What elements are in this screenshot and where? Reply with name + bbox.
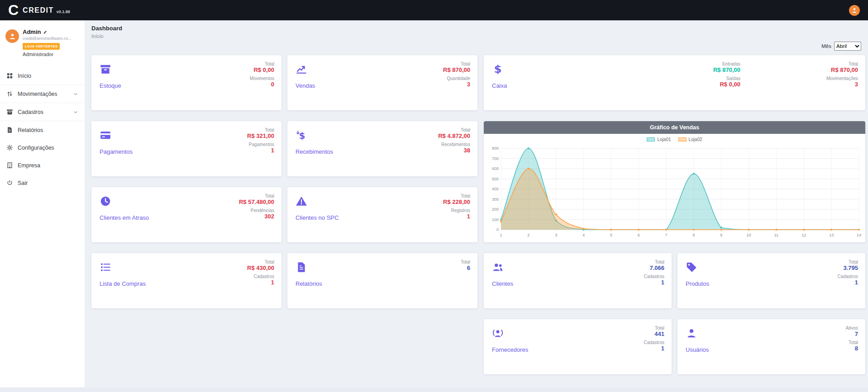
sidebar-item-configuracoes[interactable]: Configurações bbox=[0, 139, 85, 156]
card-stats: TotalR$ 870,00Quantidade3 bbox=[443, 61, 470, 105]
user-icon bbox=[9, 33, 16, 40]
card-fornecedores[interactable]: FornecedoresTotal441Cadastros1 bbox=[484, 319, 672, 374]
sidebar-item-movimentacoes[interactable]: Movimentações bbox=[0, 85, 85, 103]
sidebar-item-inicio[interactable]: Início bbox=[0, 67, 85, 85]
card-title-link[interactable]: Clientes no SPC bbox=[296, 214, 339, 221]
filter-row: Mês Abril bbox=[91, 42, 861, 51]
sidebar-item-sair[interactable]: Sair bbox=[0, 174, 85, 192]
card-stats-wrap: TotalR$ 228,00Registros1 bbox=[443, 193, 470, 237]
svg-text:100: 100 bbox=[492, 217, 499, 222]
card-usuarios[interactable]: UsuáriosAtivos7Total8 bbox=[677, 319, 865, 374]
svg-text:13: 13 bbox=[829, 233, 834, 237]
card-stats-wrap: TotalR$ 321,00Pagamentos1 bbox=[247, 127, 274, 171]
card-stats: Total7.066Cadastros1 bbox=[644, 260, 664, 303]
card-stats-wrap: Total441Cadastros1 bbox=[644, 325, 664, 369]
sidebar-item-empresa[interactable]: Empresa bbox=[0, 156, 85, 174]
svg-text:$: $ bbox=[494, 63, 502, 75]
stat-label: Total bbox=[655, 326, 664, 331]
stat-label: Cadastros bbox=[837, 274, 858, 279]
card-caixa[interactable]: $CaixaEntradasR$ 870,00SaídasR$ 0,00Tota… bbox=[484, 55, 865, 110]
sidebar-item-label: Relatórios bbox=[18, 127, 78, 133]
sidebar-item-cadastros[interactable]: Cadastros bbox=[0, 103, 85, 121]
profile-role: Administrador bbox=[23, 52, 72, 57]
card-left: Pagamentos bbox=[100, 127, 133, 171]
stat-value: 1 bbox=[661, 345, 664, 352]
card-left: Relatórios bbox=[296, 259, 322, 303]
list-icon bbox=[100, 261, 111, 273]
card-clientes-no-spc[interactable]: Clientes no SPCTotalR$ 228,00Registros1 bbox=[287, 187, 477, 242]
stat-value: R$ 430,00 bbox=[247, 265, 274, 272]
file-icon bbox=[6, 127, 13, 133]
card-left: Clientes bbox=[492, 259, 513, 303]
card-title-link[interactable]: Produtos bbox=[686, 280, 709, 287]
legend-item-Loja02[interactable]: Loja02 bbox=[678, 137, 702, 142]
page-head: Dashboard Início bbox=[91, 25, 861, 39]
card-estoque[interactable]: EstoqueTotalR$ 0,00Movimentos0 bbox=[91, 55, 281, 110]
stat-label: Recebimentos bbox=[441, 142, 470, 147]
card-stats: Total3.795Cadastros1 bbox=[837, 260, 858, 303]
card-left: Lista de Compras bbox=[100, 259, 146, 303]
card-stats-wrap: Total6 bbox=[461, 259, 470, 303]
stat-value: 1 bbox=[855, 279, 858, 286]
user-icon bbox=[851, 7, 858, 14]
card-relatorios[interactable]: RelatóriosTotal6 bbox=[287, 253, 477, 308]
svg-text:4: 4 bbox=[582, 233, 585, 237]
card-clientes-em-atraso[interactable]: Clientes em AtrasoTotalR$ 57.480,00Pendê… bbox=[91, 187, 281, 242]
card-stats: TotalR$ 57.480,00Pendências302 bbox=[239, 194, 274, 237]
svg-text:2: 2 bbox=[527, 233, 529, 237]
card-title-link[interactable]: Caixa bbox=[492, 82, 507, 89]
stat-label: Quantidade bbox=[447, 76, 470, 81]
warning-icon bbox=[296, 195, 307, 207]
sidebar-item-label: Configurações bbox=[18, 145, 78, 151]
stat-label: Cadastros bbox=[644, 340, 664, 345]
store-badge: LOJA VERTENTES bbox=[23, 43, 60, 50]
card-title-link[interactable]: Pagamentos bbox=[100, 148, 133, 155]
card-pagamentos[interactable]: PagamentosTotalR$ 321,00Pagamentos1 bbox=[91, 121, 281, 176]
month-select[interactable]: Abril bbox=[834, 42, 861, 51]
card-left: Clientes em Atraso bbox=[100, 193, 149, 237]
card-vendas[interactable]: VendasTotalR$ 870,00Quantidade3 bbox=[287, 55, 477, 110]
stat-value: 441 bbox=[654, 331, 664, 338]
svg-text:12: 12 bbox=[801, 233, 806, 237]
sidebar-item-relatorios[interactable]: Relatórios bbox=[0, 121, 85, 139]
stat-value: 302 bbox=[264, 213, 274, 220]
card-left: Usuários bbox=[686, 325, 709, 369]
right-column: $CaixaEntradasR$ 870,00SaídasR$ 0,00Tota… bbox=[484, 55, 865, 374]
card-left: Fornecedores bbox=[492, 325, 528, 369]
card-stats-wrap: TotalR$ 4.872,00Recebimentos38 bbox=[438, 127, 470, 171]
sidebar-item-label: Cadastros bbox=[18, 109, 68, 115]
card-stats: Total441Cadastros1 bbox=[644, 326, 664, 369]
topbar: C CREDIT v0.1.88 bbox=[0, 0, 868, 20]
legend-item-Loja01[interactable]: Loja01 bbox=[647, 137, 671, 142]
card-stats: TotalR$ 228,00Registros1 bbox=[443, 194, 470, 237]
card-recebimentos[interactable]: $RecebimentosTotalR$ 4.872,00Recebimento… bbox=[287, 121, 477, 176]
card-title-link[interactable]: Estoque bbox=[100, 82, 121, 89]
card-title-link[interactable]: Lista de Compras bbox=[100, 280, 146, 287]
card-produtos[interactable]: ProdutosTotal3.795Cadastros1 bbox=[677, 253, 865, 308]
building-icon bbox=[6, 162, 13, 169]
edit-profile-icon[interactable] bbox=[43, 30, 48, 34]
card-title-link[interactable]: Usuários bbox=[686, 346, 709, 353]
tag-icon bbox=[686, 261, 697, 273]
card-title-link[interactable]: Fornecedores bbox=[492, 346, 528, 353]
clock-icon bbox=[100, 195, 111, 207]
card-stats: Ativos7Total8 bbox=[846, 326, 858, 369]
card-lista-de-compras[interactable]: Lista de ComprasTotalR$ 430,00Cadastros1 bbox=[91, 253, 281, 308]
svg-text:14: 14 bbox=[857, 233, 861, 237]
sales-chart-panel: Gráfico de Vendas Loja01Loja02 010020030… bbox=[484, 121, 865, 242]
breadcrumb: Início bbox=[91, 33, 861, 39]
card-title-link[interactable]: Relatórios bbox=[296, 280, 322, 287]
card-clientes[interactable]: ClientesTotal7.066Cadastros1 bbox=[484, 253, 672, 308]
card-title-link[interactable]: Recebimentos bbox=[296, 148, 333, 155]
sidebar-item-label: Empresa bbox=[18, 162, 78, 169]
card-left: $Caixa bbox=[492, 61, 507, 105]
card-title-link[interactable]: Clientes bbox=[492, 280, 513, 287]
svg-text:0: 0 bbox=[496, 227, 499, 232]
sidebar-item-label: Movimentações bbox=[18, 91, 68, 97]
stat-label: Movimentos bbox=[250, 76, 274, 81]
card-title-link[interactable]: Clientes em Atraso bbox=[100, 214, 149, 221]
avatar bbox=[5, 29, 19, 43]
stat-value: 0 bbox=[271, 81, 274, 88]
card-title-link[interactable]: Vendas bbox=[296, 82, 315, 89]
user-avatar[interactable] bbox=[849, 5, 860, 16]
